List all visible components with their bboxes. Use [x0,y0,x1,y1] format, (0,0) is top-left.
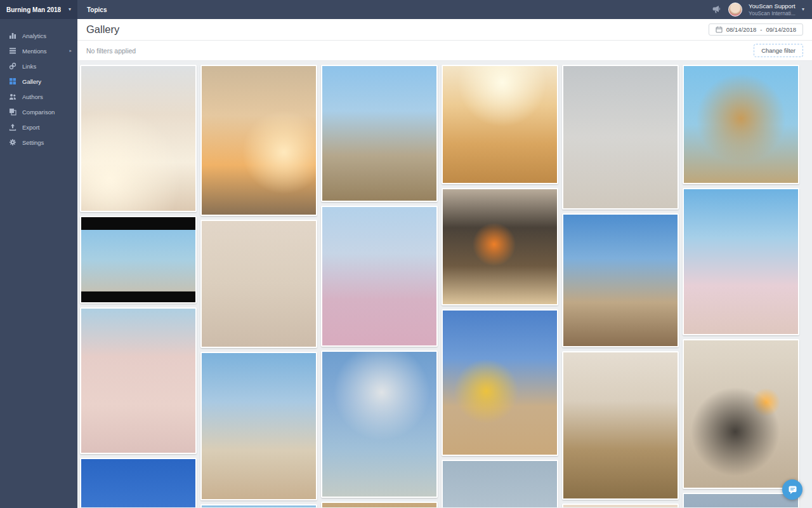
chat-widget-button[interactable] [782,479,802,500]
gallery-column [200,65,317,507]
gallery-column [321,65,438,507]
gallery-image[interactable] [442,309,558,456]
user-organization: YouScan Internati... [749,10,796,17]
avatar[interactable] [728,3,742,17]
gallery-image[interactable] [200,65,317,216]
gallery-image[interactable] [321,65,438,202]
date-separator: - [760,26,762,33]
sidebar-item-authors[interactable]: Authors [0,89,77,104]
sidebar-item-label: Comparison [22,109,55,116]
gear-icon [9,138,16,146]
gallery-image[interactable] [683,493,799,507]
main-content: Gallery 08/14/2018 - 09/14/2018 No filte… [77,19,812,508]
sidebar-item-settings[interactable]: Settings [0,135,77,150]
calendar-icon [716,26,723,33]
filter-bar: No filters applied Change filter [77,41,812,61]
gallery-image[interactable] [442,65,558,184]
date-to: 09/14/2018 [766,26,796,33]
sidebar-item-gallery[interactable]: Gallery [0,74,77,89]
gallery-image[interactable] [442,188,558,305]
sidebar-item-links[interactable]: Links [0,58,77,74]
sidebar-item-analytics[interactable]: Analytics [0,28,77,43]
sidebar-item-label: Export [22,124,39,131]
gallery-image[interactable] [321,351,438,498]
sidebar-item-label: Analytics [22,32,46,39]
gallery-image[interactable] [200,504,317,507]
project-name: Burning Man 2018 [6,6,61,13]
sidebar: Analytics Mentions ▸ Links Gallery [0,19,77,508]
gallery-image[interactable] [562,504,679,507]
people-icon [9,93,16,100]
gallery-grid [77,61,812,507]
gallery-image[interactable] [442,460,558,507]
top-bar: Burning Man 2018 ▾ Topics YouScan Suppor… [0,0,812,19]
gallery-image[interactable] [562,213,679,347]
link-icon [9,62,16,70]
sidebar-item-label: Links [22,63,36,70]
gallery-image[interactable] [200,220,317,348]
gallery-column [80,65,197,507]
chevron-down-icon: ▾ [69,7,71,12]
chat-bubble-icon [788,485,797,495]
project-selector[interactable]: Burning Man 2018 ▾ [0,0,77,19]
gallery-column [442,65,558,507]
gallery-image[interactable] [562,351,679,500]
gallery-image[interactable] [200,352,317,500]
submenu-arrow-icon: ▸ [69,48,72,53]
change-filter-button[interactable]: Change filter [754,44,803,57]
chevron-down-icon[interactable]: ▾ [802,7,804,12]
gallery-image[interactable] [683,65,799,184]
gallery-image[interactable] [80,65,197,212]
gallery-image[interactable] [683,188,799,335]
gallery-image[interactable] [321,206,438,347]
topics-menu[interactable]: Topics [87,6,107,13]
user-name: YouScan Support [749,3,796,10]
layers-icon [9,108,16,116]
gallery-image[interactable] [562,65,679,210]
sidebar-item-label: Mentions [22,48,47,55]
gallery-image[interactable] [80,458,197,507]
sidebar-item-export[interactable]: Export [0,119,77,135]
sidebar-item-label: Settings [22,139,44,146]
date-from: 08/14/2018 [726,26,757,33]
sidebar-item-label: Authors [22,93,43,100]
list-icon [9,47,16,55]
gallery-image[interactable] [80,307,197,454]
user-menu[interactable]: YouScan Support YouScan Internati... [749,3,796,17]
export-icon [9,123,16,131]
gallery-column [562,65,679,507]
sidebar-item-mentions[interactable]: Mentions ▸ [0,43,77,58]
gallery-column [683,65,799,507]
gallery-image[interactable] [321,502,438,507]
gallery-image[interactable] [80,216,197,304]
page-title: Gallery [86,23,119,36]
sidebar-item-label: Gallery [22,78,41,85]
grid-icon [9,77,16,85]
date-range-picker[interactable]: 08/14/2018 - 09/14/2018 [709,23,803,36]
sidebar-item-comparison[interactable]: Comparison [0,104,77,119]
filter-status: No filters applied [86,47,136,55]
gallery-image[interactable] [683,339,799,489]
page-header: Gallery 08/14/2018 - 09/14/2018 [77,19,812,41]
megaphone-icon[interactable] [712,5,722,14]
bar-chart-icon [9,32,16,39]
